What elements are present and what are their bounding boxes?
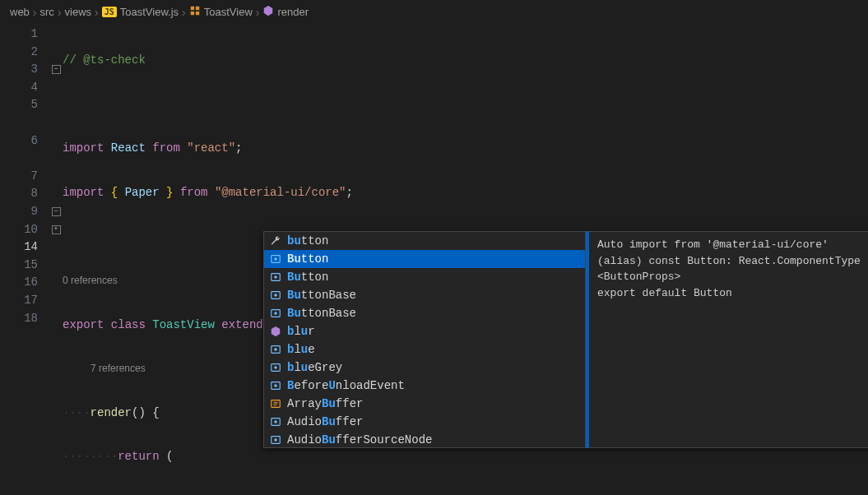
chevron-right-icon: › xyxy=(95,6,99,19)
fold-gutter: − − + xyxy=(49,23,63,495)
fold-expand-icon[interactable]: + xyxy=(52,225,61,234)
fold-collapse-icon[interactable]: − xyxy=(52,65,61,74)
suggest-item[interactable]: blueGrey xyxy=(264,359,585,377)
suggest-item[interactable]: blue xyxy=(264,340,585,359)
var-icon xyxy=(269,379,282,392)
svg-point-18 xyxy=(274,438,277,442)
suggest-item[interactable]: button xyxy=(264,232,585,250)
var-icon xyxy=(269,433,282,446)
breadcrumb-part[interactable]: web xyxy=(10,6,30,18)
suggest-item-label: blur xyxy=(287,325,580,338)
suggest-item[interactable]: ButtonBase xyxy=(264,286,585,304)
var-icon xyxy=(269,307,282,320)
enum-icon xyxy=(269,397,282,410)
svg-point-11 xyxy=(274,366,277,369)
suggest-item-label: ButtonBase xyxy=(287,307,580,320)
suggest-item[interactable]: BeforeUnloadEvent xyxy=(264,377,585,395)
suggest-widget: buttonButtonButtonButtonBaseButtonBasebl… xyxy=(263,231,868,448)
chevron-right-icon: › xyxy=(256,6,260,19)
svg-point-16 xyxy=(274,420,277,423)
svg-point-3 xyxy=(274,275,277,279)
chevron-right-icon: › xyxy=(33,6,37,19)
wrench-icon xyxy=(269,234,282,248)
breadcrumb-symbol[interactable]: ToastView xyxy=(189,5,253,19)
var-icon xyxy=(269,343,282,356)
var-icon xyxy=(269,415,282,428)
suggest-item-label: BeforeUnloadEvent xyxy=(287,379,580,392)
cube-icon xyxy=(269,325,282,338)
svg-point-9 xyxy=(274,348,277,351)
suggest-item[interactable]: blur xyxy=(264,322,585,340)
suggest-item-label: Button xyxy=(287,271,580,284)
fold-collapse-icon[interactable]: − xyxy=(52,207,61,216)
breadcrumb-part[interactable]: src xyxy=(40,6,54,18)
breadcrumb-part[interactable]: views xyxy=(65,6,92,18)
line-number-gutter: 1 2 3 4 5 6 7 8 9 10 14 15 16 17 18 xyxy=(0,23,49,495)
suggest-item-label: AudioBuffer xyxy=(287,415,580,428)
suggest-documentation: × Auto import from '@material-ui/core' (… xyxy=(586,231,868,448)
svg-point-13 xyxy=(274,384,277,387)
breadcrumb-symbol[interactable]: render xyxy=(262,5,309,19)
svg-point-5 xyxy=(274,294,277,297)
var-icon xyxy=(269,361,282,374)
svg-point-7 xyxy=(274,312,277,315)
suggest-item-label: blueGrey xyxy=(287,361,580,374)
suggest-item[interactable]: Button xyxy=(264,268,585,286)
suggest-item[interactable]: AudioBufferSourceNode xyxy=(264,431,585,448)
suggest-item-label: Button xyxy=(287,252,580,266)
var-icon xyxy=(269,271,282,284)
doc-line: <ButtonProps> xyxy=(597,269,868,285)
method-icon xyxy=(262,5,274,19)
breadcrumb-file[interactable]: JS ToastView.js xyxy=(102,6,179,18)
suggest-item[interactable]: Button xyxy=(264,250,585,268)
suggest-item-label: blue xyxy=(287,343,580,356)
breadcrumb: web › src › views › JS ToastView.js › To… xyxy=(0,0,868,23)
doc-line: export default Button xyxy=(597,285,868,302)
suggest-item-label: button xyxy=(287,234,580,248)
chevron-right-icon: › xyxy=(182,6,186,19)
code-text: // @ts-check xyxy=(63,53,146,67)
suggest-item-label: ArrayBuffer xyxy=(287,397,580,410)
suggest-item-label: AudioBufferSourceNode xyxy=(287,433,580,446)
suggest-item-label: ButtonBase xyxy=(287,289,580,302)
suggest-list[interactable]: buttonButtonButtonButtonBaseButtonBasebl… xyxy=(263,231,586,448)
suggest-item[interactable]: ButtonBase xyxy=(264,304,585,322)
var-icon xyxy=(269,252,282,266)
js-file-icon: JS xyxy=(102,7,117,17)
chevron-right-icon: › xyxy=(58,6,62,19)
suggest-item[interactable]: AudioBuffer xyxy=(264,413,585,431)
svg-point-1 xyxy=(274,257,277,261)
suggest-item[interactable]: ArrayBuffer xyxy=(264,395,585,413)
doc-line: (alias) const Button: React.ComponentTyp… xyxy=(597,253,868,270)
class-icon xyxy=(189,5,201,19)
doc-line: Auto import from '@material-ui/core' xyxy=(597,237,868,253)
var-icon xyxy=(269,289,282,302)
